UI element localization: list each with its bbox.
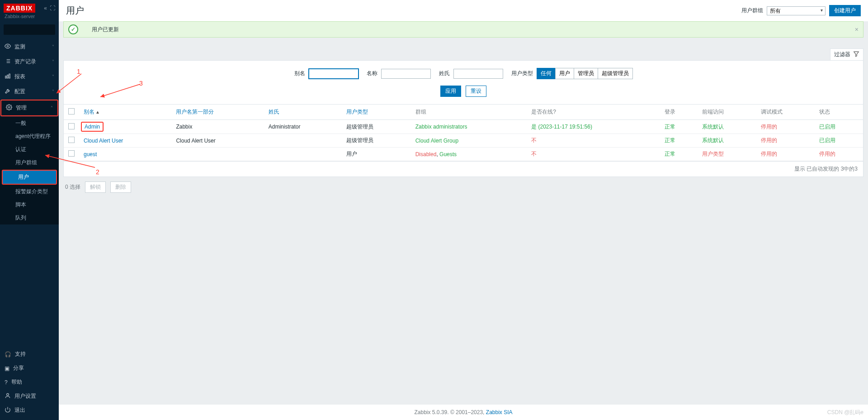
server-name: Zabbix-server bbox=[0, 14, 59, 23]
user-alias-link[interactable]: guest bbox=[84, 151, 97, 158]
cell-debug: 停用的 bbox=[756, 120, 815, 134]
group-disabled[interactable]: Disabled bbox=[415, 151, 437, 158]
sort-asc-icon: ▲ bbox=[95, 110, 100, 115]
nav-monitoring[interactable]: 监测 ˅ bbox=[0, 39, 59, 54]
nav-label: 帮助 bbox=[11, 378, 22, 386]
usertype-any[interactable]: 任何 bbox=[537, 68, 555, 79]
nav-label: 用户设置 bbox=[14, 392, 36, 400]
nav-config[interactable]: 配置 ˅ bbox=[0, 84, 59, 99]
filter-surname-input[interactable] bbox=[453, 69, 503, 79]
usertype-admin[interactable]: 管理员 bbox=[574, 68, 598, 79]
nav-share[interactable]: ▣ 分享 bbox=[0, 361, 59, 375]
table-row: Cloud Alert UserCloud Alert User超级管理员Clo… bbox=[64, 134, 863, 148]
filter-usertype-label: 用户类型 bbox=[511, 70, 533, 77]
cell-firstname: Cloud Alert User bbox=[171, 134, 264, 148]
user-alias-link[interactable]: Admin bbox=[81, 122, 104, 132]
footer-link[interactable]: Zabbix SIA bbox=[486, 409, 513, 415]
nav-label: 报表 bbox=[14, 73, 25, 81]
nav-support[interactable]: 🎧 支持 bbox=[0, 347, 59, 361]
nav-logout[interactable]: 退出 bbox=[0, 403, 59, 417]
subnav-mediatypes[interactable]: 报警媒介类型 bbox=[0, 185, 59, 198]
selected-count: 0 选择 bbox=[65, 183, 80, 191]
cell-online: 不 bbox=[527, 148, 660, 161]
col-surname[interactable]: 姓氏 bbox=[264, 105, 342, 120]
nav-label: 监测 bbox=[14, 43, 25, 51]
chevron-down-icon: ˅ bbox=[52, 89, 54, 94]
filter-alias-label: 别名 bbox=[294, 70, 305, 77]
usertype-super[interactable]: 超级管理员 bbox=[598, 68, 633, 79]
group-link[interactable]: Guests bbox=[439, 151, 457, 158]
cell-surname bbox=[264, 148, 342, 161]
subnav-agent[interactable]: agent代理程序 bbox=[0, 130, 59, 143]
row-checkbox[interactable] bbox=[68, 123, 75, 129]
usergroup-select[interactable]: 所有 bbox=[767, 6, 826, 15]
col-debug: 调试模式 bbox=[756, 105, 815, 120]
filter-panel: 别名 名称 姓氏 用户类型 任何 用 bbox=[63, 60, 863, 105]
nav-label: 管理 bbox=[16, 104, 27, 112]
check-icon: ✓ bbox=[68, 24, 78, 34]
usertype-user[interactable]: 用户 bbox=[555, 68, 574, 79]
cell-debug: 停用的 bbox=[756, 134, 815, 148]
list-icon bbox=[5, 58, 11, 66]
col-usertype[interactable]: 用户类型 bbox=[342, 105, 410, 120]
cell-usertype: 超级管理员 bbox=[342, 120, 410, 134]
col-status: 状态 bbox=[815, 105, 863, 120]
search-box[interactable] bbox=[4, 24, 55, 35]
subnav-scripts[interactable]: 脚本 bbox=[0, 198, 59, 211]
svg-rect-9 bbox=[5, 76, 6, 78]
subnav-queue[interactable]: 队列 bbox=[0, 211, 59, 224]
logo[interactable]: ZABBIX bbox=[4, 4, 35, 13]
chevron-down-icon: ˅ bbox=[52, 59, 54, 64]
delete-button[interactable]: 删除 bbox=[110, 181, 131, 193]
apply-button[interactable]: 应用 bbox=[440, 86, 461, 97]
filter-icon bbox=[853, 51, 859, 58]
collapse-icon[interactable]: « bbox=[44, 5, 47, 11]
filter-surname-label: 姓氏 bbox=[439, 70, 450, 77]
nav-reports[interactable]: 报表 ˅ bbox=[0, 69, 59, 84]
reset-button[interactable]: 重设 bbox=[466, 86, 486, 97]
chevron-up-icon: ˄ bbox=[51, 105, 53, 110]
select-all-checkbox[interactable] bbox=[68, 108, 75, 115]
nav-help[interactable]: ? 帮助 bbox=[0, 375, 59, 389]
user-icon bbox=[5, 392, 11, 400]
filter-alias-input[interactable] bbox=[309, 69, 359, 79]
gear-icon bbox=[6, 104, 12, 112]
row-checkbox[interactable] bbox=[68, 137, 75, 143]
subnav-auth[interactable]: 认证 bbox=[0, 143, 59, 156]
col-firstname[interactable]: 用户名第一部分 bbox=[171, 105, 264, 120]
unblock-button[interactable]: 解锁 bbox=[85, 181, 106, 193]
cell-login: 正常 bbox=[660, 134, 698, 148]
subnav-users[interactable]: 用户 bbox=[2, 170, 57, 185]
user-alias-link[interactable]: Cloud Alert User bbox=[84, 138, 123, 144]
usertype-toggle: 任何 用户 管理员 超级管理员 bbox=[537, 68, 633, 79]
cell-debug: 停用的 bbox=[756, 148, 815, 161]
success-message: ✓ 用户已更新 × bbox=[63, 21, 863, 38]
close-icon[interactable]: × bbox=[855, 26, 859, 33]
filter-name-label: 名称 bbox=[367, 70, 377, 77]
page-title: 用户 bbox=[66, 5, 84, 17]
usergroup-filter-label: 用户群组 bbox=[741, 7, 763, 14]
subnav-general[interactable]: 一般 bbox=[0, 117, 59, 130]
nav-admin[interactable]: 管理 ˄ bbox=[0, 100, 58, 116]
col-alias[interactable]: 别名▲ bbox=[79, 105, 171, 120]
cell-login: 正常 bbox=[660, 120, 698, 134]
row-checkbox[interactable] bbox=[68, 150, 75, 157]
nav-profile[interactable]: 用户设置 bbox=[0, 389, 59, 403]
create-user-button[interactable]: 创建用户 bbox=[829, 5, 861, 16]
fullscreen-icon[interactable]: ⛶ bbox=[50, 5, 55, 11]
nav-inventory[interactable]: 资产记录 ˅ bbox=[0, 54, 59, 69]
svg-rect-10 bbox=[7, 75, 8, 78]
nav-label: 支持 bbox=[15, 350, 26, 358]
col-groups: 群组 bbox=[411, 105, 527, 120]
sidebar: ZABBIX « ⛶ Zabbix-server 监测 ˅ bbox=[0, 0, 59, 420]
group-link[interactable]: Zabbix administrators bbox=[415, 124, 467, 130]
filter-toggle[interactable]: 过滤器 bbox=[830, 48, 863, 60]
filter-name-input[interactable] bbox=[381, 69, 431, 79]
share-icon: ▣ bbox=[5, 365, 9, 372]
subnav-usergroups[interactable]: 用户群组 bbox=[0, 156, 59, 169]
filter-label: 过滤器 bbox=[834, 51, 850, 58]
chevron-down-icon: ˅ bbox=[52, 44, 54, 49]
cell-surname: Administrator bbox=[264, 120, 342, 134]
wrench-icon bbox=[5, 88, 11, 95]
group-link[interactable]: Cloud Alert Group bbox=[415, 138, 458, 144]
